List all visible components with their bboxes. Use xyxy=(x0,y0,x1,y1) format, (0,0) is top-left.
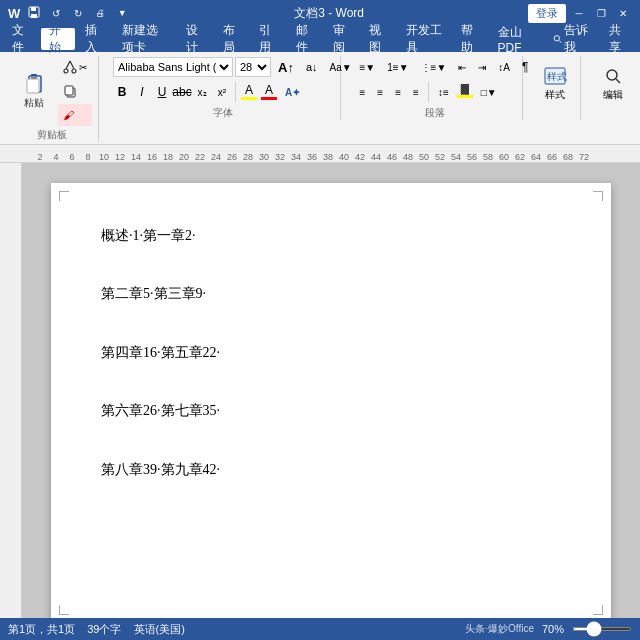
minimize-button[interactable]: ─ xyxy=(570,4,588,22)
close-button[interactable]: ✕ xyxy=(614,4,632,22)
doc-line-9[interactable]: 第八章39·第九章42· xyxy=(101,457,561,482)
redo-icon[interactable]: ↻ xyxy=(70,5,86,21)
menu-newtab[interactable]: 新建选项卡 xyxy=(114,28,176,50)
restore-button[interactable]: ❐ xyxy=(592,4,610,22)
numbering-button[interactable]: 1≡▼ xyxy=(382,56,413,78)
word-logo-icon: W xyxy=(8,6,20,21)
menu-share[interactable]: 共享 xyxy=(601,28,636,50)
ruler: 2 4 6 8 10 12 14 16 18 20 22 24 26 28 30… xyxy=(0,145,640,163)
clipboard-actions: ✂ 🖌 xyxy=(58,56,92,126)
font-label: 字体 xyxy=(113,106,334,120)
copy-button[interactable] xyxy=(58,80,92,102)
highlight-color-button[interactable]: A xyxy=(240,83,258,101)
menu-view[interactable]: 视图 xyxy=(361,28,396,50)
paragraph-label: 段落 xyxy=(355,106,517,120)
underline-button[interactable]: U xyxy=(153,83,171,101)
superscript-button[interactable]: x² xyxy=(213,83,231,101)
strikethrough-button[interactable]: abc xyxy=(173,83,191,101)
svg-point-10 xyxy=(72,69,76,73)
main-area: 概述·1·第一章2· 第二章5·第三章9· 第四章16·第五章22· 第六章26… xyxy=(0,163,640,639)
italic-button[interactable]: I xyxy=(133,83,151,101)
para-divider xyxy=(428,82,429,102)
document-area[interactable]: 概述·1·第一章2· 第二章5·第三章9· 第四章16·第五章22· 第六章26… xyxy=(22,163,640,639)
decrease-indent-button[interactable]: ⇤ xyxy=(453,56,471,78)
left-ruler xyxy=(0,163,22,639)
menu-dev[interactable]: 开发工具 xyxy=(398,28,451,50)
menu-review[interactable]: 审阅 xyxy=(325,28,360,50)
customize-icon[interactable]: ▼ xyxy=(114,5,130,21)
title-bar-right: 登录 ─ ❐ ✕ xyxy=(528,4,632,23)
doc-line-6 xyxy=(101,369,561,394)
svg-line-18 xyxy=(616,79,620,83)
increase-indent-button[interactable]: ⇥ xyxy=(473,56,491,78)
font-shrink-button[interactable]: a↓ xyxy=(301,56,323,78)
corner-bl xyxy=(59,605,69,615)
paste-button[interactable]: 粘贴 xyxy=(12,63,56,119)
shading-button[interactable]: ▓ xyxy=(456,83,474,101)
status-bar: 第1页，共1页 39个字 英语(美国) 头条·爆妙Office 70% xyxy=(0,618,640,640)
menu-home[interactable]: 开始 xyxy=(41,28,76,50)
align-right-button[interactable]: ≡ xyxy=(390,81,406,103)
bold-button[interactable]: B xyxy=(113,83,131,101)
login-button[interactable]: 登录 xyxy=(528,4,566,23)
para-row2: ≡ ≡ ≡ ≡ ↕≡ ▓ □▼ xyxy=(355,81,502,103)
title-center: 文档3 - Word xyxy=(130,5,528,22)
justify-button[interactable]: ≡ xyxy=(408,81,424,103)
align-center-button[interactable]: ≡ xyxy=(372,81,388,103)
doc-line-3[interactable]: 第二章5·第三章9· xyxy=(101,281,561,306)
clipboard-row: 粘贴 ✂ 🖌 xyxy=(12,56,92,126)
sort-button[interactable]: ↕A xyxy=(493,56,515,78)
editing-label: 编辑 xyxy=(603,88,623,102)
editing-button[interactable]: 编辑 xyxy=(595,56,631,112)
svg-line-4 xyxy=(559,41,561,43)
word-count: 39个字 xyxy=(87,622,121,637)
clipboard-group: 粘贴 ✂ 🖌 剪贴板 xyxy=(6,56,99,142)
doc-line-7[interactable]: 第六章26·第七章35· xyxy=(101,398,561,423)
print-preview-icon[interactable]: 🖨 xyxy=(92,5,108,21)
styles-button[interactable]: 样式 样式 xyxy=(537,56,573,112)
undo-icon[interactable]: ↺ xyxy=(48,5,64,21)
font-size-select[interactable]: 28 xyxy=(235,57,271,77)
menu-insert[interactable]: 插入 xyxy=(77,28,112,50)
subscript-button[interactable]: x₂ xyxy=(193,83,211,101)
multilevel-button[interactable]: ⋮≡▼ xyxy=(416,56,452,78)
corner-br xyxy=(593,605,603,615)
svg-rect-1 xyxy=(31,14,37,18)
zoom-level: 70% xyxy=(542,623,564,635)
menu-pdf[interactable]: 金山PDF xyxy=(490,28,543,50)
menu-layout[interactable]: 布局 xyxy=(215,28,250,50)
save-icon[interactable] xyxy=(26,5,42,21)
font-color-button[interactable]: A xyxy=(260,83,278,101)
menu-search[interactable]: 告诉我 xyxy=(545,28,600,50)
document-title: 文档3 - Word xyxy=(294,6,364,20)
document-page[interactable]: 概述·1·第一章2· 第二章5·第三章9· 第四章16·第五章22· 第六章26… xyxy=(51,183,611,623)
title-bar-left: W ↺ ↻ 🖨 ▼ xyxy=(8,5,130,21)
border-button[interactable]: □▼ xyxy=(476,81,502,103)
font-group: Alibaba Sans Light (西) 28 A↑ a↓ Aa▼ B I … xyxy=(107,56,341,120)
font-family-select[interactable]: Alibaba Sans Light (西) xyxy=(113,57,233,77)
menu-design[interactable]: 设计 xyxy=(178,28,213,50)
zoom-slider[interactable] xyxy=(572,627,632,631)
align-left-button[interactable]: ≡ xyxy=(355,81,371,103)
menu-file[interactable]: 文件 xyxy=(4,28,39,50)
ruler-scale: 2 4 6 8 10 12 14 16 18 20 22 24 26 28 30… xyxy=(22,145,640,162)
menu-help[interactable]: 帮助 xyxy=(453,28,488,50)
doc-line-5[interactable]: 第四章16·第五章22· xyxy=(101,340,561,365)
font-grow-button[interactable]: A↑ xyxy=(273,56,299,78)
corner-tl xyxy=(59,191,69,201)
cut-button[interactable]: ✂ xyxy=(58,56,92,78)
menu-mail[interactable]: 邮件 xyxy=(288,28,323,50)
svg-line-11 xyxy=(66,61,70,69)
bullets-button[interactable]: ≡▼ xyxy=(355,56,381,78)
status-left: 第1页，共1页 39个字 英语(美国) xyxy=(8,622,185,637)
doc-line-1[interactable]: 概述·1·第一章2· xyxy=(101,223,561,248)
status-right: 头条·爆妙Office 70% xyxy=(465,622,632,636)
menu-references[interactable]: 引用 xyxy=(251,28,286,50)
format-painter-button[interactable]: 🖌 xyxy=(58,104,92,126)
page-info: 第1页，共1页 xyxy=(8,622,75,637)
line-spacing-button[interactable]: ↕≡ xyxy=(433,81,454,103)
font-row2: B I U abc x₂ x² A A A✦ xyxy=(113,81,305,103)
doc-line-4 xyxy=(101,311,561,336)
text-effects-button[interactable]: A✦ xyxy=(280,81,305,103)
doc-line-2 xyxy=(101,252,561,277)
